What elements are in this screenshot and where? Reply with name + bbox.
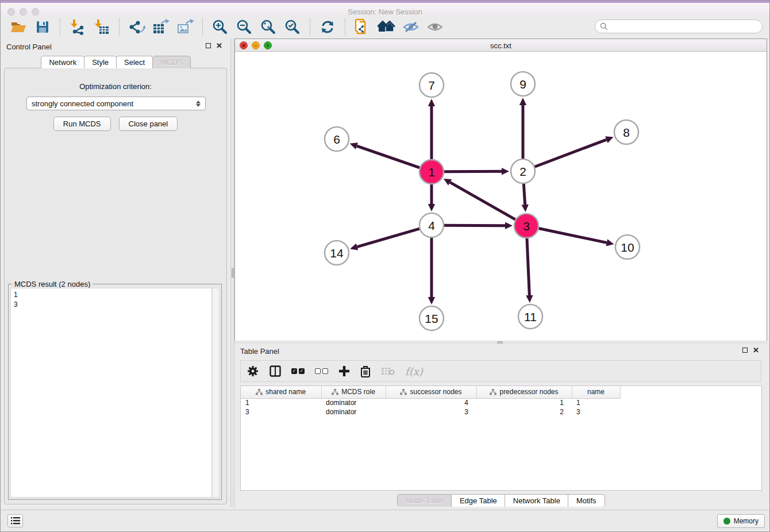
fit-content-button[interactable] — [259, 18, 278, 36]
export-table-button[interactable] — [151, 18, 171, 36]
tab-network[interactable]: Network — [41, 56, 84, 68]
export-network-button[interactable] — [127, 18, 147, 36]
graph-edge[interactable] — [357, 146, 419, 168]
criterion-selected-value: strongly connected component — [32, 99, 133, 108]
unselect-all-columns-button[interactable] — [315, 364, 328, 378]
result-scrollbar[interactable] — [212, 288, 220, 498]
splitter-grip[interactable] — [497, 341, 503, 344]
select-all-columns-button[interactable]: ✓✓ — [291, 364, 305, 378]
table-row[interactable]: 1dominator411 — [241, 398, 761, 407]
graph-node-label: 10 — [621, 241, 634, 254]
import-network-button[interactable] — [68, 18, 87, 36]
first-neighbors-button[interactable] — [377, 18, 396, 36]
hierarchy-icon — [490, 389, 496, 395]
network-window-titlebar[interactable]: ✕ − + scc.txt — [235, 39, 767, 52]
vertical-splitter[interactable] — [230, 38, 234, 507]
hierarchy-icon — [256, 389, 263, 395]
graph-edge[interactable] — [444, 225, 505, 226]
import-table-button[interactable] — [92, 18, 111, 36]
network-window-title: scc.txt — [235, 41, 767, 50]
graph-node-label: 1 — [428, 165, 435, 179]
float-panel-icon[interactable] — [206, 43, 211, 48]
delete-column-button[interactable] — [360, 364, 371, 378]
tab-select[interactable]: Select — [116, 56, 153, 68]
control-panel: Control Panel ✕ Network Style Select MCD… — [1, 38, 230, 507]
save-session-button[interactable] — [33, 18, 52, 36]
save-floppy-icon — [36, 20, 49, 34]
table-tabs: Node Table Edge Table Network Table Moti… — [234, 494, 767, 507]
float-panel-icon[interactable] — [742, 348, 748, 353]
run-mcds-button[interactable]: Run MCDS — [53, 117, 111, 131]
tab-mcds[interactable]: MCDS — [152, 56, 190, 68]
open-session-button[interactable] — [9, 18, 28, 36]
column-header-name[interactable]: name — [572, 386, 620, 398]
duplicate-network-button[interactable] — [353, 18, 372, 36]
export-image-icon — [176, 19, 194, 35]
import-table-icon — [94, 19, 110, 35]
graph-edge[interactable] — [527, 238, 529, 295]
export-network-icon — [128, 19, 145, 35]
table-row[interactable]: 3dominator323 — [241, 407, 761, 417]
graph-edge[interactable] — [450, 182, 515, 219]
edge-arrowhead — [606, 239, 614, 246]
tab-node-table[interactable]: Node Table — [397, 494, 452, 507]
close-panel-icon[interactable]: ✕ — [216, 43, 222, 48]
import-network-icon — [70, 19, 86, 35]
column-header-predecessor-nodes[interactable]: predecessor nodes — [476, 386, 572, 398]
edge-arrowhead — [428, 99, 435, 106]
show-column-button[interactable] — [270, 364, 281, 378]
network-canvas[interactable]: 7968124314101511 — [235, 52, 767, 341]
unchecked-box-icon — [322, 368, 328, 374]
search-input[interactable] — [608, 22, 757, 31]
graph-edge[interactable] — [535, 140, 607, 167]
zoom-out-button[interactable] — [234, 18, 254, 36]
hide-selected-button[interactable] — [401, 18, 421, 36]
column-header-shared-name[interactable]: shared name — [241, 386, 321, 398]
status-bar: Memory — [1, 510, 770, 531]
zoom-selected-icon — [284, 19, 301, 35]
close-panel-icon[interactable]: ✕ — [753, 348, 759, 353]
trash-icon — [360, 365, 371, 377]
edge-arrowhead — [521, 205, 528, 212]
table-settings-button[interactable] — [247, 364, 259, 378]
graph-node-label: 15 — [425, 312, 438, 325]
mcds-tab-content: Optimization criterion: strongly connect… — [4, 68, 227, 504]
export-image-button[interactable] — [175, 18, 195, 36]
refresh-button[interactable] — [318, 18, 337, 36]
zoom-selected-button[interactable] — [283, 18, 302, 36]
show-all-button[interactable] — [425, 18, 445, 36]
search-box[interactable] — [595, 20, 763, 33]
window-title: Session: New Session — [1, 7, 769, 16]
zoom-in-button[interactable] — [210, 18, 230, 36]
column-header-successor-nodes[interactable]: successor nodes — [386, 386, 476, 398]
tab-style[interactable]: Style — [84, 56, 117, 68]
close-panel-button[interactable]: Close panel — [119, 117, 178, 131]
column-icon — [270, 365, 281, 377]
export-table-icon — [152, 19, 170, 35]
network-graph[interactable]: 7968124314101511 — [235, 52, 767, 341]
tab-motifs[interactable]: Motifs — [568, 494, 605, 507]
control-panel-tabs: Network Style Select MCDS — [1, 56, 230, 68]
tab-edge-table[interactable]: Edge Table — [451, 494, 505, 507]
checked-box-icon: ✓ — [299, 368, 305, 374]
graph-edge[interactable] — [444, 171, 502, 172]
table-header-row: shared name MCDS role successor nodes pr… — [241, 386, 761, 398]
graph-edge[interactable] — [357, 229, 419, 247]
hierarchy-icon — [400, 389, 407, 395]
create-column-button[interactable] — [338, 364, 350, 378]
edge-arrowhead — [519, 98, 526, 105]
mcds-result-text[interactable]: 1 3 — [10, 288, 212, 498]
title-bar: Session: New Session — [1, 3, 769, 16]
graph-edge[interactable] — [539, 229, 607, 243]
tab-network-table[interactable]: Network Table — [505, 494, 568, 507]
edge-arrowhead — [505, 222, 513, 229]
memory-button[interactable]: Memory — [717, 514, 765, 528]
plus-icon — [338, 365, 350, 377]
zoom-out-icon — [236, 19, 252, 35]
splitter-grip[interactable] — [232, 268, 234, 277]
criterion-select[interactable]: strongly connected component — [26, 97, 206, 110]
edge-arrowhead — [428, 204, 435, 211]
column-header-mcds-role[interactable]: MCDS role — [321, 386, 386, 398]
task-history-button[interactable] — [7, 514, 23, 527]
graph-edge[interactable] — [523, 184, 525, 205]
